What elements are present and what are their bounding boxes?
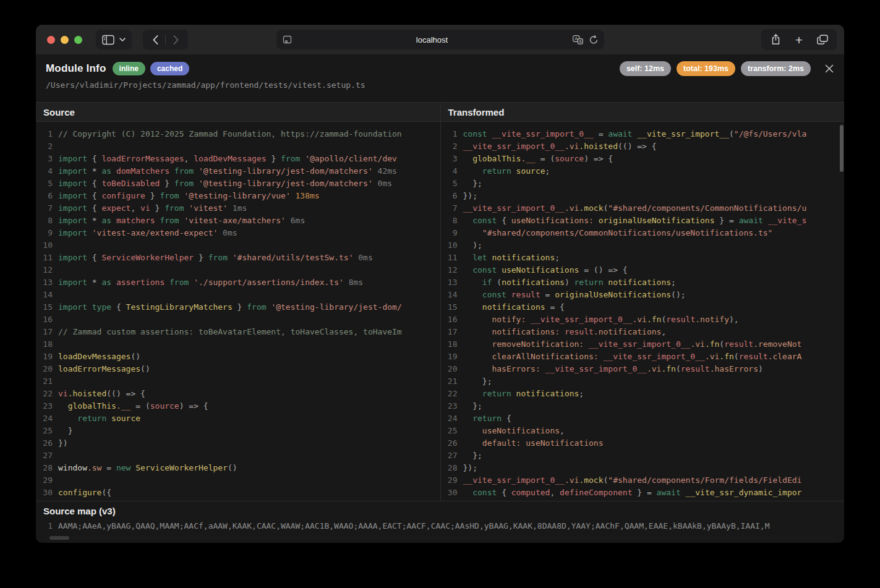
line-number: 30 — [441, 487, 463, 499]
timing-badge: transform: 2ms — [741, 61, 811, 76]
timing-badges: self: 12mstotal: 193mstransform: 2ms — [620, 61, 811, 76]
code-line: 23 globalThis.__ = (source) => { — [36, 400, 440, 412]
code-line: 16 notify: __vite_ssr_import_0__.vi.fn(r… — [441, 313, 845, 326]
code-line: 24 return source — [36, 412, 440, 425]
zoom-traffic-light[interactable] — [74, 36, 82, 44]
source-panel-title: Source — [36, 103, 440, 122]
code-line: 13import * as assertions from './support… — [36, 276, 440, 289]
line-number: 1 — [441, 128, 463, 140]
line-number: 15 — [36, 301, 58, 313]
code-line: 20loadErrorMessages() — [36, 363, 440, 375]
code-line: 22 return notifications; — [441, 388, 845, 400]
line-number: 23 — [441, 400, 463, 412]
chevron-left-icon — [153, 35, 158, 45]
share-button[interactable] — [765, 30, 786, 49]
code-line: 29__vite_ssr_import_0__.vi.mock("#shared… — [441, 474, 845, 487]
code-line: 24 return { — [441, 412, 845, 425]
line-number: 17 — [36, 326, 58, 338]
minimize-traffic-light[interactable] — [61, 36, 69, 44]
close-traffic-light[interactable] — [47, 36, 55, 44]
source-panel: Source 1// Copyright (C) 2012-2025 Zamma… — [36, 103, 440, 501]
tabs-overview-button[interactable] — [812, 30, 833, 49]
page-settings-icon[interactable] — [283, 35, 292, 44]
line-number: 5 — [36, 177, 58, 190]
sourcemap-section: Source map (v3) 1 AAMA;AAeA,yBAAG,QAAQ,M… — [36, 501, 844, 543]
line-number: 20 — [441, 363, 463, 375]
code-line: 18 removeNotification: __vite_ssr_import… — [441, 338, 845, 351]
sourcemap-line-number: 1 — [36, 520, 58, 532]
line-number: 8 — [441, 215, 463, 227]
code-line: 20 hasErrors: __vite_ssr_import_0__.vi.f… — [441, 363, 845, 375]
module-badges: inlinecached — [113, 62, 190, 75]
code-line: 7__vite_ssr_import_0__.vi.mock("#shared/… — [441, 202, 845, 215]
sidebar-toggle-button[interactable] — [96, 30, 132, 49]
code-line: 3import { loadErrorMessages, loadDevMess… — [36, 153, 440, 165]
code-line: 15 notifications = { — [441, 301, 845, 313]
code-line: 17 notifications: result.notifications, — [441, 326, 845, 338]
line-number: 6 — [441, 190, 463, 202]
line-number: 3 — [441, 153, 463, 165]
line-number: 11 — [36, 252, 58, 264]
line-number: 30 — [36, 487, 58, 499]
sourcemap-content: AAMA;AAeA,yBAAG,QAAQ,MAAM;AACf,aAAW,KAAK… — [58, 520, 770, 532]
line-number: 22 — [441, 388, 463, 400]
code-line: 8 const { useNotifications: originalUseN… — [441, 215, 845, 227]
address-bar[interactable]: localhost A a — [276, 30, 604, 49]
back-button[interactable] — [145, 30, 165, 49]
sourcemap-title: Source map (v3) — [36, 501, 844, 520]
url-text: localhost — [292, 35, 573, 45]
code-line: 2__vite_ssr_import_0__.vi.hoisted(() => … — [441, 140, 845, 153]
svg-text:A: A — [575, 36, 578, 41]
line-number: 21 — [441, 375, 463, 388]
browser-window: localhost A a — [36, 25, 844, 543]
module-badge: cached — [150, 62, 189, 75]
reload-icon[interactable] — [589, 35, 598, 45]
code-line: 19 clearAllNotifications: __vite_ssr_imp… — [441, 351, 845, 363]
line-number: 27 — [441, 450, 463, 462]
line-number: 20 — [36, 363, 58, 375]
code-line: 26 default: useNotifications — [441, 437, 845, 450]
line-number: 2 — [36, 140, 58, 153]
code-line: 8import * as matchers from 'vitest-axe/m… — [36, 215, 440, 227]
code-line: 2 — [36, 140, 440, 153]
code-line: 14 — [36, 289, 440, 301]
forward-button[interactable] — [166, 30, 186, 49]
line-number: 25 — [441, 425, 463, 437]
line-number: 10 — [441, 239, 463, 252]
browser-toolbar: localhost A a — [36, 25, 844, 54]
line-number: 23 — [36, 400, 58, 412]
source-code[interactable]: 1// Copyright (C) 2012-2025 Zammad Found… — [36, 122, 440, 501]
line-number: 18 — [441, 338, 463, 351]
code-line: 19loadDevMessages() — [36, 351, 440, 363]
line-number: 25 — [36, 425, 58, 437]
line-number: 28 — [36, 462, 58, 474]
code-line: 23 }; — [441, 400, 845, 412]
line-number: 3 — [36, 153, 58, 165]
transformed-code[interactable]: 1const __vite_ssr_import_0__ = await __v… — [441, 122, 845, 501]
code-line: 12 const useNotifications = () => { — [441, 264, 845, 276]
code-line: 3 globalThis.__ = (source) => { — [441, 153, 845, 165]
code-line: 15import type { TestingLibraryMatchers }… — [36, 301, 440, 313]
line-number: 26 — [441, 437, 463, 450]
line-number: 18 — [36, 338, 58, 351]
code-line: 9 "#shared/components/CommonNotification… — [441, 227, 845, 239]
share-icon — [771, 34, 780, 45]
code-line: 5 }; — [441, 177, 845, 190]
chevron-down-icon — [119, 38, 126, 41]
line-number: 4 — [441, 165, 463, 177]
code-line: 25 useNotifications, — [441, 425, 845, 437]
vertical-scrollbar-thumb[interactable] — [840, 125, 844, 172]
close-button[interactable] — [823, 62, 835, 75]
translate-icon[interactable]: A a — [573, 35, 583, 45]
line-number: 19 — [36, 351, 58, 363]
module-path: /Users/vladimir/Projects/zammad/app/fron… — [46, 80, 834, 90]
code-line: 11 let notifications; — [441, 252, 845, 264]
line-number: 12 — [441, 264, 463, 276]
line-number: 29 — [36, 474, 58, 487]
new-tab-button[interactable]: + — [788, 30, 810, 49]
code-line: 10 — [36, 239, 440, 252]
traffic-lights — [47, 36, 82, 44]
horizontal-scrollbar-thumb[interactable] — [49, 536, 69, 540]
code-line: 13 if (notifications) return notificatio… — [441, 276, 845, 289]
timing-badge: total: 193ms — [677, 61, 735, 76]
